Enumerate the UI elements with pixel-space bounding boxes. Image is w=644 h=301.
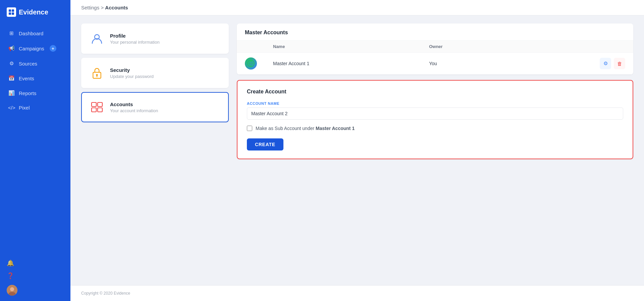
profile-title: Profile <box>110 33 160 39</box>
sidebar-label-campaigns: Campaigns <box>19 46 44 51</box>
account-logo-cell <box>237 53 265 75</box>
sidebar-item-events[interactable]: 📅 Events <box>3 71 67 85</box>
table-row: Master Account 1 You ⚙ 🗑 <box>237 53 633 75</box>
content-area: Profile Your personal information Securi… <box>70 15 644 285</box>
logo-icon <box>7 7 16 17</box>
sidebar-item-campaigns[interactable]: 📢 Campaigns + <box>3 41 67 56</box>
account-actions: ⚙ 🗑 <box>509 53 633 75</box>
sources-icon: ⚙ <box>8 60 15 67</box>
sidebar-bottom: 🔔 ❓ <box>0 254 70 301</box>
sidebar-label-pixel: Pixel <box>19 105 30 111</box>
events-icon: 📅 <box>8 75 15 81</box>
accounts-table: Name Owner <box>237 40 633 75</box>
footer-text: Copyright © 2020 Evidence <box>81 291 130 296</box>
pixel-icon: </> <box>8 105 15 111</box>
sidebar-label-events: Events <box>19 76 34 81</box>
sub-account-label: Make as Sub Account under Master Account… <box>256 126 355 131</box>
sidebar-item-dashboard[interactable]: ⊞ Dashboard <box>3 26 67 40</box>
create-button[interactable]: CREATE <box>247 138 283 150</box>
svg-rect-0 <box>9 9 11 12</box>
col-actions <box>509 41 633 53</box>
reports-icon: 📊 <box>8 90 15 96</box>
security-description: Update your password <box>110 74 154 79</box>
action-buttons: ⚙ 🗑 <box>518 58 625 69</box>
col-owner: Owner <box>421 41 509 53</box>
help-icon[interactable]: ❓ <box>7 272 64 280</box>
sidebar-label-sources: Sources <box>19 61 37 67</box>
master-accounts-title: Master Accounts <box>237 24 633 40</box>
svg-rect-3 <box>12 12 14 15</box>
account-logo <box>245 57 257 70</box>
account-name-label: ACCOUNT NAME <box>247 101 623 105</box>
sub-account-row: Make as Sub Account under Master Account… <box>247 126 623 131</box>
breadcrumb: Settings > Accounts <box>81 5 633 10</box>
breadcrumb-separator: > <box>101 5 105 10</box>
accounts-icon <box>90 100 104 114</box>
profile-description: Your personal information <box>110 40 160 45</box>
svg-rect-1 <box>12 9 14 12</box>
settings-card-security[interactable]: Security Update your password <box>81 58 229 88</box>
svg-point-5 <box>10 287 14 291</box>
sidebar: Evidence ⊞ Dashboard 📢 Campaigns + ⚙ Sou… <box>0 0 70 301</box>
dashboard-icon: ⊞ <box>8 30 15 36</box>
sub-account-checkbox[interactable] <box>247 126 252 131</box>
svg-rect-13 <box>98 102 102 106</box>
create-account-title: Create Account <box>247 89 623 95</box>
sidebar-label-reports: Reports <box>19 90 37 96</box>
top-bar: Settings > Accounts <box>70 0 644 15</box>
accounts-description: Your account information <box>110 108 158 113</box>
security-title: Security <box>110 67 154 73</box>
security-card-info: Security Update your password <box>110 67 154 79</box>
sidebar-item-reports[interactable]: 📊 Reports <box>3 86 67 100</box>
delete-button[interactable]: 🗑 <box>614 58 625 69</box>
accounts-card-info: Accounts Your account information <box>110 101 158 113</box>
breadcrumb-parent: Settings <box>81 5 99 10</box>
breadcrumb-current: Accounts <box>105 5 128 10</box>
sidebar-item-sources[interactable]: ⚙ Sources <box>3 56 67 71</box>
account-name: Master Account 1 <box>265 53 421 75</box>
gear-button[interactable]: ⚙ <box>600 58 611 69</box>
svg-rect-14 <box>98 108 102 112</box>
col-logo <box>237 41 265 53</box>
right-panel: Master Accounts Name Owner <box>237 24 633 277</box>
settings-card-accounts[interactable]: Accounts Your account information <box>81 92 229 122</box>
settings-card-profile[interactable]: Profile Your personal information <box>81 24 229 54</box>
account-owner: You <box>421 53 509 75</box>
sidebar-label-dashboard: Dashboard <box>19 31 43 36</box>
profile-icon <box>90 32 104 46</box>
user-avatar[interactable] <box>7 285 17 296</box>
svg-rect-2 <box>9 12 11 15</box>
main-content: Settings > Accounts Profile Your persona… <box>70 0 644 301</box>
sidebar-item-pixel[interactable]: </> Pixel <box>3 101 67 115</box>
account-name-input[interactable] <box>247 108 623 120</box>
create-account-panel: Create Account ACCOUNT NAME Make as Sub … <box>237 80 633 159</box>
col-name: Name <box>265 41 421 53</box>
campaigns-badge: + <box>50 45 56 52</box>
security-icon <box>90 66 104 80</box>
notification-icon[interactable]: 🔔 <box>7 259 64 267</box>
sidebar-nav: ⊞ Dashboard 📢 Campaigns + ⚙ Sources 📅 Ev… <box>0 26 70 254</box>
settings-column: Profile Your personal information Securi… <box>81 24 229 277</box>
logo-text: Evidence <box>19 8 48 16</box>
accounts-title: Accounts <box>110 101 158 107</box>
campaigns-icon: 📢 <box>8 45 15 51</box>
master-accounts-panel: Master Accounts Name Owner <box>237 24 633 75</box>
logo[interactable]: Evidence <box>0 0 70 26</box>
svg-rect-11 <box>92 102 96 106</box>
footer: Copyright © 2020 Evidence <box>70 285 644 301</box>
svg-rect-12 <box>92 108 96 112</box>
profile-card-info: Profile Your personal information <box>110 33 160 45</box>
account-name-group: ACCOUNT NAME <box>247 101 623 120</box>
